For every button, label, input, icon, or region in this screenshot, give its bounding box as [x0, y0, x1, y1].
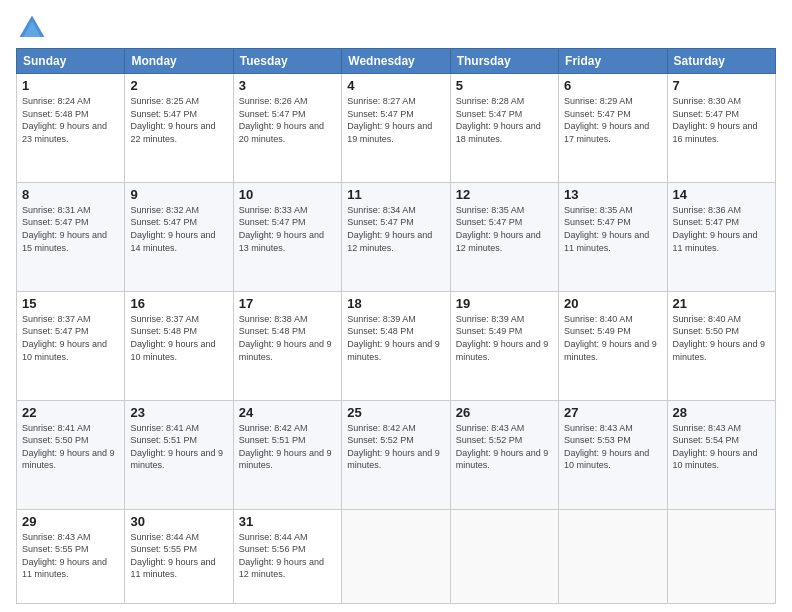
- day-number: 28: [673, 405, 770, 420]
- day-detail: Sunrise: 8:37 AMSunset: 5:48 PMDaylight:…: [130, 314, 215, 362]
- day-number: 3: [239, 78, 336, 93]
- day-number: 15: [22, 296, 119, 311]
- logo-icon: [16, 12, 48, 44]
- day-header-saturday: Saturday: [667, 49, 775, 74]
- day-detail: Sunrise: 8:44 AMSunset: 5:56 PMDaylight:…: [239, 532, 324, 580]
- day-detail: Sunrise: 8:42 AMSunset: 5:51 PMDaylight:…: [239, 423, 332, 471]
- day-number: 25: [347, 405, 444, 420]
- calendar-cell: 1 Sunrise: 8:24 AMSunset: 5:48 PMDayligh…: [17, 74, 125, 183]
- calendar-cell: 9 Sunrise: 8:32 AMSunset: 5:47 PMDayligh…: [125, 182, 233, 291]
- day-detail: Sunrise: 8:42 AMSunset: 5:52 PMDaylight:…: [347, 423, 440, 471]
- day-detail: Sunrise: 8:39 AMSunset: 5:48 PMDaylight:…: [347, 314, 440, 362]
- calendar-cell: 3 Sunrise: 8:26 AMSunset: 5:47 PMDayligh…: [233, 74, 341, 183]
- calendar-cell: 24 Sunrise: 8:42 AMSunset: 5:51 PMDaylig…: [233, 400, 341, 509]
- calendar-cell: 6 Sunrise: 8:29 AMSunset: 5:47 PMDayligh…: [559, 74, 667, 183]
- day-detail: Sunrise: 8:41 AMSunset: 5:51 PMDaylight:…: [130, 423, 223, 471]
- day-detail: Sunrise: 8:43 AMSunset: 5:53 PMDaylight:…: [564, 423, 649, 471]
- day-number: 14: [673, 187, 770, 202]
- calendar-cell: 8 Sunrise: 8:31 AMSunset: 5:47 PMDayligh…: [17, 182, 125, 291]
- day-header-sunday: Sunday: [17, 49, 125, 74]
- day-detail: Sunrise: 8:35 AMSunset: 5:47 PMDaylight:…: [456, 205, 541, 253]
- day-detail: Sunrise: 8:38 AMSunset: 5:48 PMDaylight:…: [239, 314, 332, 362]
- calendar-cell: 16 Sunrise: 8:37 AMSunset: 5:48 PMDaylig…: [125, 291, 233, 400]
- day-number: 31: [239, 514, 336, 529]
- day-detail: Sunrise: 8:35 AMSunset: 5:47 PMDaylight:…: [564, 205, 649, 253]
- day-detail: Sunrise: 8:43 AMSunset: 5:55 PMDaylight:…: [22, 532, 107, 580]
- day-detail: Sunrise: 8:44 AMSunset: 5:55 PMDaylight:…: [130, 532, 215, 580]
- day-number: 2: [130, 78, 227, 93]
- logo: [16, 12, 52, 44]
- day-header-tuesday: Tuesday: [233, 49, 341, 74]
- day-number: 22: [22, 405, 119, 420]
- calendar-cell: 13 Sunrise: 8:35 AMSunset: 5:47 PMDaylig…: [559, 182, 667, 291]
- calendar-cell: 4 Sunrise: 8:27 AMSunset: 5:47 PMDayligh…: [342, 74, 450, 183]
- calendar-cell: 21 Sunrise: 8:40 AMSunset: 5:50 PMDaylig…: [667, 291, 775, 400]
- calendar-cell: 28 Sunrise: 8:43 AMSunset: 5:54 PMDaylig…: [667, 400, 775, 509]
- calendar-cell: 17 Sunrise: 8:38 AMSunset: 5:48 PMDaylig…: [233, 291, 341, 400]
- day-header-friday: Friday: [559, 49, 667, 74]
- day-detail: Sunrise: 8:43 AMSunset: 5:52 PMDaylight:…: [456, 423, 549, 471]
- day-number: 9: [130, 187, 227, 202]
- day-header-wednesday: Wednesday: [342, 49, 450, 74]
- day-number: 8: [22, 187, 119, 202]
- calendar-cell: 23 Sunrise: 8:41 AMSunset: 5:51 PMDaylig…: [125, 400, 233, 509]
- calendar-cell: [450, 509, 558, 604]
- day-header-monday: Monday: [125, 49, 233, 74]
- day-detail: Sunrise: 8:40 AMSunset: 5:50 PMDaylight:…: [673, 314, 766, 362]
- day-number: 27: [564, 405, 661, 420]
- day-number: 7: [673, 78, 770, 93]
- day-detail: Sunrise: 8:27 AMSunset: 5:47 PMDaylight:…: [347, 96, 432, 144]
- day-number: 21: [673, 296, 770, 311]
- calendar-cell: [667, 509, 775, 604]
- day-header-thursday: Thursday: [450, 49, 558, 74]
- day-number: 5: [456, 78, 553, 93]
- calendar-cell: 30 Sunrise: 8:44 AMSunset: 5:55 PMDaylig…: [125, 509, 233, 604]
- day-detail: Sunrise: 8:29 AMSunset: 5:47 PMDaylight:…: [564, 96, 649, 144]
- day-number: 4: [347, 78, 444, 93]
- calendar-cell: 31 Sunrise: 8:44 AMSunset: 5:56 PMDaylig…: [233, 509, 341, 604]
- calendar-cell: 12 Sunrise: 8:35 AMSunset: 5:47 PMDaylig…: [450, 182, 558, 291]
- day-detail: Sunrise: 8:34 AMSunset: 5:47 PMDaylight:…: [347, 205, 432, 253]
- calendar-cell: 15 Sunrise: 8:37 AMSunset: 5:47 PMDaylig…: [17, 291, 125, 400]
- calendar-cell: 26 Sunrise: 8:43 AMSunset: 5:52 PMDaylig…: [450, 400, 558, 509]
- calendar-cell: 7 Sunrise: 8:30 AMSunset: 5:47 PMDayligh…: [667, 74, 775, 183]
- calendar-table: SundayMondayTuesdayWednesdayThursdayFrid…: [16, 48, 776, 604]
- day-detail: Sunrise: 8:33 AMSunset: 5:47 PMDaylight:…: [239, 205, 324, 253]
- calendar-cell: 18 Sunrise: 8:39 AMSunset: 5:48 PMDaylig…: [342, 291, 450, 400]
- calendar-cell: 19 Sunrise: 8:39 AMSunset: 5:49 PMDaylig…: [450, 291, 558, 400]
- calendar-cell: 14 Sunrise: 8:36 AMSunset: 5:47 PMDaylig…: [667, 182, 775, 291]
- day-number: 24: [239, 405, 336, 420]
- day-number: 6: [564, 78, 661, 93]
- calendar-cell: 10 Sunrise: 8:33 AMSunset: 5:47 PMDaylig…: [233, 182, 341, 291]
- day-detail: Sunrise: 8:31 AMSunset: 5:47 PMDaylight:…: [22, 205, 107, 253]
- header: [16, 12, 776, 44]
- calendar-cell: [559, 509, 667, 604]
- day-detail: Sunrise: 8:28 AMSunset: 5:47 PMDaylight:…: [456, 96, 541, 144]
- calendar-cell: 22 Sunrise: 8:41 AMSunset: 5:50 PMDaylig…: [17, 400, 125, 509]
- calendar-cell: 2 Sunrise: 8:25 AMSunset: 5:47 PMDayligh…: [125, 74, 233, 183]
- day-detail: Sunrise: 8:40 AMSunset: 5:49 PMDaylight:…: [564, 314, 657, 362]
- calendar-cell: 27 Sunrise: 8:43 AMSunset: 5:53 PMDaylig…: [559, 400, 667, 509]
- day-number: 29: [22, 514, 119, 529]
- day-number: 18: [347, 296, 444, 311]
- day-detail: Sunrise: 8:30 AMSunset: 5:47 PMDaylight:…: [673, 96, 758, 144]
- calendar-cell: [342, 509, 450, 604]
- day-number: 30: [130, 514, 227, 529]
- day-number: 19: [456, 296, 553, 311]
- calendar-cell: 11 Sunrise: 8:34 AMSunset: 5:47 PMDaylig…: [342, 182, 450, 291]
- day-detail: Sunrise: 8:26 AMSunset: 5:47 PMDaylight:…: [239, 96, 324, 144]
- day-number: 10: [239, 187, 336, 202]
- day-number: 17: [239, 296, 336, 311]
- day-detail: Sunrise: 8:41 AMSunset: 5:50 PMDaylight:…: [22, 423, 115, 471]
- day-detail: Sunrise: 8:32 AMSunset: 5:47 PMDaylight:…: [130, 205, 215, 253]
- day-number: 16: [130, 296, 227, 311]
- page: SundayMondayTuesdayWednesdayThursdayFrid…: [0, 0, 792, 612]
- day-number: 26: [456, 405, 553, 420]
- day-detail: Sunrise: 8:43 AMSunset: 5:54 PMDaylight:…: [673, 423, 758, 471]
- day-number: 23: [130, 405, 227, 420]
- day-detail: Sunrise: 8:39 AMSunset: 5:49 PMDaylight:…: [456, 314, 549, 362]
- day-number: 12: [456, 187, 553, 202]
- day-detail: Sunrise: 8:24 AMSunset: 5:48 PMDaylight:…: [22, 96, 107, 144]
- day-detail: Sunrise: 8:25 AMSunset: 5:47 PMDaylight:…: [130, 96, 215, 144]
- day-number: 20: [564, 296, 661, 311]
